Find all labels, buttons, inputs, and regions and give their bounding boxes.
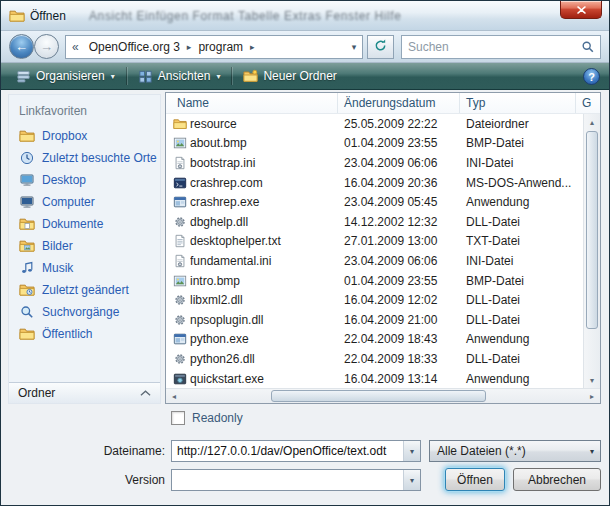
breadcrumb-item-openoffice[interactable]: OpenOffice.org 3 (85, 40, 184, 54)
column-header-size[interactable]: G (576, 93, 600, 113)
command-toolbar: Organisieren ▾ Ansichten ▾ Neuer Ordner … (1, 63, 609, 90)
file-type: BMP-Datei (460, 136, 583, 150)
filename-input[interactable] (172, 441, 403, 461)
table-row[interactable]: fundamental.ini23.04.2009 06:06INI-Datei (166, 251, 600, 271)
table-row[interactable]: dbghelp.dll14.12.2002 12:32DLL-Datei (166, 212, 600, 232)
file-type: DLL-Datei (460, 215, 583, 229)
forward-button[interactable]: → (34, 34, 59, 59)
forward-arrow-icon: → (40, 39, 53, 54)
column-header-date[interactable]: Änderungsdatum (338, 93, 460, 113)
file-name: desktophelper.txt (190, 234, 338, 248)
app-dark-icon (166, 372, 190, 386)
scroll-up-icon[interactable]: ▴ (584, 114, 600, 130)
app-icon (166, 195, 190, 209)
breadcrumb-separator-icon[interactable]: ▸ (247, 42, 258, 52)
table-row[interactable]: crashrep.com16.04.2009 20:36MS-DOS-Anwen… (166, 173, 600, 193)
horizontal-scrollbar[interactable]: ◂ ▸ (166, 388, 600, 403)
sidebar-item-zuletzt-ge-ndert[interactable]: Zuletzt geändert (9, 279, 160, 301)
version-combobox: ▾ (171, 469, 421, 491)
horizontal-scroll-thumb[interactable] (271, 390, 486, 402)
sidebar-item-label: Dokumente (42, 217, 103, 231)
search-input[interactable] (402, 40, 576, 54)
sidebar-item-label: Bilder (42, 239, 73, 253)
version-dropdown-icon[interactable]: ▾ (403, 470, 420, 490)
file-name: crashrep.exe (190, 195, 338, 209)
readonly-checkbox[interactable] (171, 411, 185, 425)
sidebar-item-computer[interactable]: Computer (9, 191, 160, 213)
documents-icon (19, 216, 35, 232)
file-date: 16.04.2009 20:36 (338, 176, 460, 190)
ini-icon (166, 254, 190, 268)
breadcrumb-dropdown-icon[interactable]: ▾ (346, 42, 362, 52)
table-row[interactable]: bootstrap.ini23.04.2009 06:06INI-Datei (166, 153, 600, 173)
filetype-combobox[interactable]: Alle Dateien (*.*) ▾ (429, 440, 601, 462)
back-button[interactable]: ← (9, 34, 34, 59)
refresh-icon (373, 38, 388, 56)
dll-icon (166, 293, 190, 307)
views-button[interactable]: Ansichten ▾ (129, 65, 230, 87)
scroll-left-icon[interactable]: ◂ (166, 389, 182, 403)
toolbar-separator (231, 67, 232, 85)
sidebar-item-zuletzt-besuchte-orte[interactable]: Zuletzt besuchte Orte (9, 147, 160, 169)
help-button[interactable]: ? (583, 68, 600, 85)
version-label: Version (89, 473, 165, 487)
ini-icon (166, 156, 190, 170)
public-icon (19, 326, 35, 342)
search-icon (576, 40, 600, 54)
table-row[interactable]: quickstart.exe16.04.2009 13:14Anwendung (166, 369, 600, 388)
search-box[interactable] (401, 35, 601, 59)
file-date: 22.04.2009 18:33 (338, 352, 460, 366)
filename-dropdown-icon[interactable]: ▾ (403, 441, 420, 461)
file-name: python.exe (190, 332, 338, 346)
scroll-down-icon[interactable]: ▾ (584, 372, 600, 388)
filename-label: Dateiname: (89, 444, 165, 458)
table-row[interactable]: python26.dll22.04.2009 18:33DLL-Datei (166, 349, 600, 369)
file-date: 23.04.2009 06:06 (338, 156, 460, 170)
table-row[interactable]: desktophelper.txt27.01.2009 13:00TXT-Dat… (166, 232, 600, 252)
breadcrumb-overflow-icon[interactable]: « (66, 40, 85, 54)
file-rows: resource25.05.2009 22:22Dateiordnerabout… (166, 114, 600, 388)
new-folder-button[interactable]: Neuer Ordner (234, 65, 345, 87)
table-row[interactable]: about.bmp01.04.2009 23:55BMP-Datei (166, 134, 600, 154)
folders-expander[interactable]: Ordner (9, 382, 160, 403)
column-header-name[interactable]: Name (166, 93, 338, 113)
toolbar-separator (126, 67, 127, 85)
refresh-button[interactable] (367, 35, 394, 59)
breadcrumb[interactable]: « OpenOffice.org 3 ▸ program ▸ ▾ (65, 35, 363, 59)
vertical-scroll-thumb[interactable] (586, 131, 598, 329)
table-row[interactable]: resource25.05.2009 22:22Dateiordner (166, 114, 600, 134)
table-row[interactable]: npsoplugin.dll16.04.2009 21:00DLL-Datei (166, 310, 600, 330)
table-row[interactable]: python.exe22.04.2009 18:43Anwendung (166, 330, 600, 350)
version-input[interactable] (172, 470, 403, 490)
sidebar-item-musik[interactable]: Musik (9, 257, 160, 279)
sidebar-item-desktop[interactable]: Desktop (9, 169, 160, 191)
table-row[interactable]: crashrep.exe23.04.2009 05:45Anwendung (166, 192, 600, 212)
sidebar-item-suchvorg-nge[interactable]: Suchvorgänge (9, 301, 160, 323)
titlebar[interactable]: Ansicht Einfügen Format Tabelle Extras F… (1, 1, 609, 31)
file-type: INI-Datei (460, 156, 583, 170)
cancel-button[interactable]: Abbrechen (513, 468, 601, 491)
organize-button[interactable]: Organisieren ▾ (7, 65, 124, 87)
scroll-right-icon[interactable]: ▸ (584, 389, 600, 403)
sidebar-item-dokumente[interactable]: Dokumente (9, 213, 160, 235)
dll-icon (166, 313, 190, 327)
sidebar-item-bilder[interactable]: Bilder (9, 235, 160, 257)
sidebar-item-ffentlich[interactable]: Öffentlich (9, 323, 160, 345)
filetype-value: Alle Dateien (*.*) (430, 444, 584, 458)
open-dialog: Ansicht Einfügen Format Tabelle Extras F… (0, 0, 610, 506)
organize-icon (16, 69, 31, 84)
breadcrumb-separator-icon[interactable]: ▸ (184, 42, 195, 52)
file-type: DLL-Datei (460, 313, 583, 327)
breadcrumb-item-program[interactable]: program (194, 40, 247, 54)
chevron-down-icon: ▾ (111, 72, 115, 81)
navigation-bar: ← → « OpenOffice.org 3 ▸ program ▸ ▾ (1, 31, 609, 63)
table-row[interactable]: intro.bmp01.04.2009 23:55BMP-Datei (166, 271, 600, 291)
file-name: fundamental.ini (190, 254, 338, 268)
column-header-type[interactable]: Typ (460, 93, 576, 113)
file-date: 27.01.2009 13:00 (338, 234, 460, 248)
open-button[interactable]: Öffnen (445, 468, 505, 491)
sidebar-item-dropbox[interactable]: Dropbox (9, 125, 160, 147)
table-row[interactable]: libxml2.dll16.04.2009 12:02DLL-Datei (166, 290, 600, 310)
close-button[interactable] (560, 1, 602, 19)
vertical-scrollbar[interactable]: ▴ ▾ (583, 114, 600, 388)
